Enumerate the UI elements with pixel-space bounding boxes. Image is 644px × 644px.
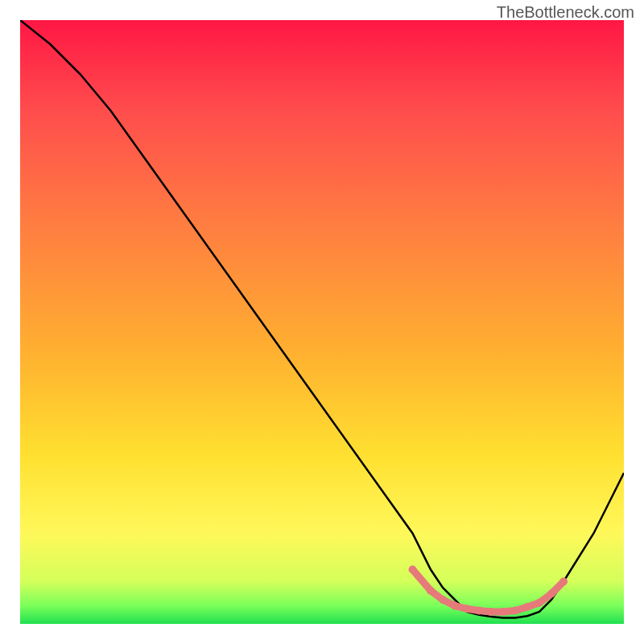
highlight-point xyxy=(427,587,435,595)
highlight-point xyxy=(475,607,483,615)
highlight-point xyxy=(499,608,507,616)
highlight-point xyxy=(451,602,459,610)
highlight-point xyxy=(409,566,417,574)
highlight-point xyxy=(487,608,495,616)
chart-svg xyxy=(20,20,624,624)
highlight-point xyxy=(535,599,543,607)
highlight-point xyxy=(511,607,519,615)
highlight-point xyxy=(547,590,555,598)
highlight-point xyxy=(463,605,471,613)
highlight-point xyxy=(439,596,447,604)
watermark-text: TheBottleneck.com xyxy=(497,3,634,22)
highlight-point xyxy=(559,578,568,586)
chart-plot-area xyxy=(20,20,624,624)
highlight-point xyxy=(523,603,531,611)
